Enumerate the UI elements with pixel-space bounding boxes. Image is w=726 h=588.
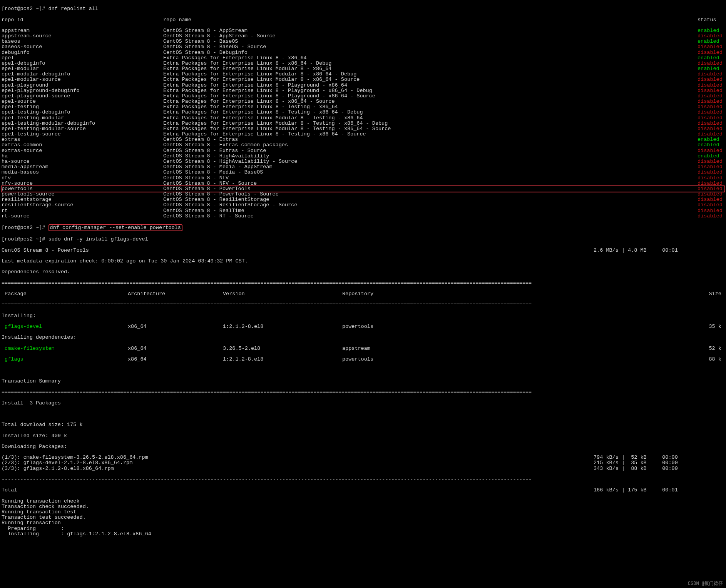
repo-name: CentOS Stream 8 - Media - AppStream [163, 164, 698, 170]
dash-ruler: ----------------------------------------… [2, 477, 724, 482]
total-speed: 166 kB/s | 175 kB 00:01 [594, 488, 724, 493]
repo-name: CentOS Stream 8 - Extras [163, 137, 698, 142]
repo-row: media-appstreamCentOS Stream 8 - Media -… [2, 164, 724, 170]
pkg-size: 88 k [450, 357, 724, 362]
repo-row: epel-testing-modular-sourceExtra Package… [2, 126, 724, 132]
pkg-name: cmake-filesystem [2, 346, 128, 351]
highlight-command: dnf config-manager --set-enable powertoo… [49, 224, 182, 231]
repo-row: extras-sourceCentOS Stream 8 - Extras - … [2, 148, 724, 154]
dnf-meta: Last metadata expiration check: 0:00:02 … [2, 259, 724, 264]
pkg-arch: x86_64 [128, 324, 223, 329]
dl-file: (1/3): cmake-filesystem-3.26.5-2.el8.x86… [2, 455, 148, 460]
repo-id: epel-playground-debuginfo [2, 88, 163, 94]
hdr-package: Package [2, 291, 128, 297]
repo-status: disabled [698, 208, 724, 214]
repo-row: powertools-sourceCentOS Stream 8 - Power… [2, 192, 724, 197]
repo-id: epel-testing-debuginfo [2, 110, 163, 115]
transaction-summary: Transaction Summary [2, 379, 724, 384]
repo-row: debuginfoCentOS Stream 8 - Debuginfodisa… [2, 50, 724, 55]
output-line: Installing : gflags-1:2.1.2-8.el8.x86_64 [2, 531, 724, 537]
repo-name: Extra Packages for Enterprise Linux 8 - … [163, 83, 698, 88]
repo-row: resilientstorageCentOS Stream 8 - Resili… [2, 197, 724, 202]
repo-status: disabled [698, 44, 724, 50]
repo-id: epel-debuginfo [2, 61, 163, 66]
repo-name: CentOS Stream 8 - AppStream - Source [163, 33, 698, 39]
repo-name: CentOS Stream 8 - PowerTools [163, 186, 698, 192]
repo-name: CentOS Stream 8 - HighAvailability - Sou… [163, 159, 698, 164]
repo-name: Extra Packages for Enterprise Linux 8 - … [163, 110, 698, 115]
repo-status: disabled [698, 159, 724, 164]
repo-name: CentOS Stream 8 - BaseOS [163, 39, 698, 44]
repolist-body: appstreamCentOS Stream 8 - AppStreamenab… [2, 28, 724, 219]
dnf-repo-speed: 2.6 MB/s | 4.8 MB 00:01 [594, 248, 724, 253]
repo-row: epel-modularExtra Packages for Enterpris… [2, 66, 724, 72]
repo-row: rtCentOS Stream 8 - RealTimedisabled [2, 208, 724, 214]
pkg-row: cmake-filesystemx86_643.26.5-2.el8appstr… [2, 346, 724, 351]
repo-id: baseos [2, 39, 163, 44]
output-line: Transaction test succeeded. [2, 515, 724, 520]
command-1: dnf repolist all [49, 6, 99, 12]
output-line: Transaction check succeeded. [2, 504, 724, 509]
total-row: Total166 kB/s | 175 kB 00:01 [2, 488, 724, 493]
repo-status: disabled [698, 50, 724, 55]
repo-name: Extra Packages for Enterprise Linux 8 - … [163, 55, 698, 61]
repo-name: CentOS Stream 8 - Media - BaseOS [163, 170, 698, 175]
repo-row: epel-testing-debuginfoExtra Packages for… [2, 110, 724, 115]
repo-status: disabled [698, 104, 724, 110]
command-3: sudo dnf -y install gflags-devel [49, 236, 148, 242]
dnf-repo-name: CentOS Stream 8 - PowerTools [2, 248, 89, 253]
repo-name: CentOS Stream 8 - ResilientStorage - Sou… [163, 202, 698, 208]
pkg-ver: 3.26.5-2.el8 [223, 346, 342, 351]
repo-id: epel-source [2, 99, 163, 104]
repo-row: ha-sourceCentOS Stream 8 - HighAvailabil… [2, 159, 724, 164]
output-line: Preparing : [2, 526, 724, 531]
repo-status: disabled [698, 77, 724, 82]
repo-row: extras-commonCentOS Stream 8 - Extras co… [2, 142, 724, 148]
hdr-status: status [698, 17, 724, 23]
repo-id: epel-modular-source [2, 77, 163, 82]
repo-row: epel-playground-sourceExtra Packages for… [2, 94, 724, 99]
repo-name: Extra Packages for Enterprise Linux Modu… [163, 121, 698, 126]
repo-row: epel-sourceExtra Packages for Enterprise… [2, 99, 724, 104]
repo-id: resilientstorage-source [2, 202, 163, 208]
downloading-label: Downloading Packages: [2, 444, 724, 449]
repo-id: epel-testing-modular [2, 115, 163, 121]
repo-status: disabled [698, 192, 724, 197]
prompt-line-3: [root@pcs2 ~]# sudo dnf -y install gflag… [2, 237, 724, 242]
repo-name: CentOS Stream 8 - AppStream [163, 28, 698, 33]
hdr-repo: Repository [342, 291, 450, 297]
repo-row: nfv-sourceCentOS Stream 8 - NFV - Source… [2, 181, 724, 186]
repo-status: disabled [698, 115, 724, 121]
repo-status: enabled [698, 39, 724, 44]
repo-name: Extra Packages for Enterprise Linux Modu… [163, 77, 698, 82]
repo-row: extrasCentOS Stream 8 - Extrasenabled [2, 137, 724, 142]
dl-speed: 215 kB/s | 35 kB 00:00 [594, 460, 724, 466]
repo-row: epel-testing-sourceExtra Packages for En… [2, 132, 724, 137]
repo-status: disabled [698, 94, 724, 99]
repo-name: CentOS Stream 8 - NFV - Source [163, 181, 698, 186]
download-rows: (1/3): cmake-filesystem-3.26.5-2.el8.x86… [2, 455, 724, 471]
repo-status: disabled [698, 132, 724, 137]
repo-id: epel-testing-source [2, 132, 163, 137]
terminal[interactable]: [root@pcs2 ~]# dnf repolist all repo idr… [0, 0, 726, 543]
repo-status: disabled [698, 83, 724, 88]
installing-label: Installing: [2, 313, 724, 319]
repo-status: disabled [698, 170, 724, 175]
repo-id: epel-testing-modular-debuginfo [2, 121, 163, 126]
repo-status: disabled [698, 181, 724, 186]
repo-status: disabled [698, 33, 724, 39]
repo-row: haCentOS Stream 8 - HighAvailabilityenab… [2, 154, 724, 159]
prompt-3: [root@pcs2 ~]# [2, 236, 49, 242]
install-count: Install 3 Packages [2, 401, 724, 406]
repo-row: media-baseosCentOS Stream 8 - Media - Ba… [2, 170, 724, 175]
ruler-3: ========================================… [2, 389, 724, 395]
repo-id: extras [2, 137, 163, 142]
repo-status: disabled [698, 110, 724, 115]
pkg-name: gflags-devel [2, 324, 128, 329]
repo-name: CentOS Stream 8 - HighAvailability [163, 154, 698, 159]
download-row: (2/3): gflags-devel-2.1.2-8.el8.x86_64.r… [2, 460, 724, 466]
pkg-size: 35 k [450, 324, 724, 329]
pkg-row: gflags-develx86_641:2.1.2-8.el8powertool… [2, 324, 724, 329]
dnf-deps: Dependencies resolved. [2, 269, 724, 275]
repo-status: disabled [698, 214, 724, 219]
